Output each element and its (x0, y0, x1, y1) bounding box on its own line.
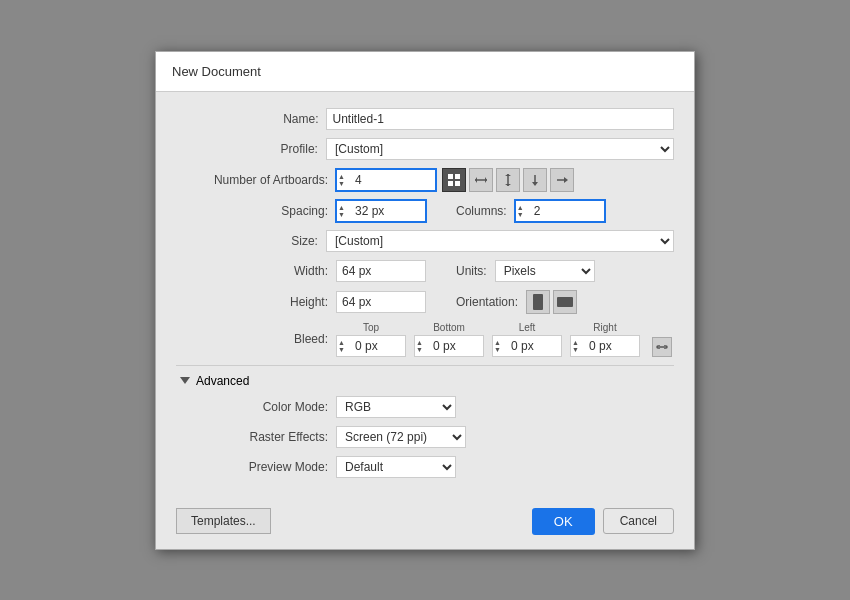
bleed-top-label: Top (363, 322, 379, 333)
move-right-button[interactable] (550, 168, 574, 192)
bleed-bottom: Bottom ▲ ▼ (414, 322, 484, 357)
spacing-spinner-arrows[interactable]: ▲ ▼ (338, 200, 345, 222)
landscape-button[interactable] (553, 290, 577, 314)
bleed-top-arrows[interactable]: ▲ ▼ (338, 335, 345, 357)
bleed-top: Top ▲ ▼ (336, 322, 406, 357)
size-row: Size: [Custom] (176, 230, 674, 252)
advanced-triangle-icon (180, 377, 190, 384)
height-input[interactable] (336, 291, 426, 313)
columns-spinner-arrows[interactable]: ▲ ▼ (517, 200, 524, 222)
profile-label: Profile: (176, 142, 326, 156)
svg-rect-15 (557, 297, 573, 307)
dialog-body: Name: Profile: [Custom] Number of Artboa… (156, 92, 694, 498)
bleed-top-spinner: ▲ ▼ (336, 335, 406, 357)
arrange-by-col-button[interactable] (496, 168, 520, 192)
arrange-by-row-button[interactable] (469, 168, 493, 192)
artboards-down-arrow[interactable]: ▼ (338, 180, 345, 187)
artboards-row: Number of Artboards: ▲ ▼ (176, 168, 674, 192)
raster-effects-select[interactable]: Screen (72 ppi) Medium (150 ppi) High (3… (336, 426, 466, 448)
units-label: Units: (456, 264, 487, 278)
bleed-left-up[interactable]: ▲ (494, 339, 501, 346)
size-label: Size: (176, 234, 326, 248)
profile-select[interactable]: [Custom] (326, 138, 674, 160)
svg-marker-5 (485, 177, 487, 183)
spacing-down-arrow[interactable]: ▼ (338, 211, 345, 218)
bleed-right-down[interactable]: ▼ (572, 346, 579, 353)
bleed-bottom-arrows[interactable]: ▲ ▼ (416, 335, 423, 357)
color-mode-select[interactable]: RGB CMYK Grayscale (336, 396, 456, 418)
artboards-up-arrow[interactable]: ▲ (338, 173, 345, 180)
bleed-bottom-down[interactable]: ▼ (416, 346, 423, 353)
bleed-bottom-input[interactable] (414, 335, 484, 357)
columns-input[interactable] (515, 200, 605, 222)
bleed-link-button[interactable] (652, 337, 672, 357)
advanced-header[interactable]: Advanced (176, 374, 674, 388)
columns-down-arrow[interactable]: ▼ (517, 211, 524, 218)
name-input[interactable] (326, 108, 674, 130)
bleed-right-up[interactable]: ▲ (572, 339, 579, 346)
spacing-spinner: ▲ ▼ (336, 200, 426, 222)
portrait-button[interactable] (526, 290, 550, 314)
bleed-left-input[interactable] (492, 335, 562, 357)
svg-marker-6 (475, 177, 477, 183)
bleed-left: Left ▲ ▼ (492, 322, 562, 357)
svg-marker-8 (505, 174, 511, 176)
ok-button[interactable]: OK (532, 508, 595, 535)
height-orientation-row: Height: Orientation: (176, 290, 674, 314)
artboards-label: Number of Artboards: (176, 173, 336, 187)
svg-rect-0 (448, 174, 453, 179)
columns-spinner: ▲ ▼ (515, 200, 605, 222)
preview-mode-row: Preview Mode: Default Pixel Overprint (176, 456, 674, 478)
svg-marker-9 (505, 184, 511, 186)
columns-section: Columns: ▲ ▼ (456, 200, 605, 222)
orientation-buttons (526, 290, 577, 314)
bleed-bottom-up[interactable]: ▲ (416, 339, 423, 346)
svg-rect-1 (455, 174, 460, 179)
footer-right: OK Cancel (532, 508, 674, 535)
spacing-label: Spacing: (176, 204, 336, 218)
bleed-right-input[interactable] (570, 335, 640, 357)
artboards-input[interactable] (336, 169, 436, 191)
bleed-top-down[interactable]: ▼ (338, 346, 345, 353)
move-down-button[interactable] (523, 168, 547, 192)
bleed-fields: Top ▲ ▼ Bottom ▲ ▼ (336, 322, 672, 357)
preview-mode-label: Preview Mode: (176, 460, 336, 474)
bleed-right-arrows[interactable]: ▲ ▼ (572, 335, 579, 357)
bleed-right: Right ▲ ▼ (570, 322, 640, 357)
svg-rect-14 (533, 294, 543, 310)
advanced-section: Advanced Color Mode: RGB CMYK Grayscale … (176, 365, 674, 478)
bleed-left-down[interactable]: ▼ (494, 346, 501, 353)
new-document-dialog: New Document Name: Profile: [Custom] Num… (155, 51, 695, 550)
bleed-left-arrows[interactable]: ▲ ▼ (494, 335, 501, 357)
raster-effects-row: Raster Effects: Screen (72 ppi) Medium (… (176, 426, 674, 448)
bleed-left-spinner: ▲ ▼ (492, 335, 562, 357)
profile-row: Profile: [Custom] (176, 138, 674, 160)
bleed-right-spinner: ▲ ▼ (570, 335, 640, 357)
grid-layout-button[interactable] (442, 168, 466, 192)
templates-button[interactable]: Templates... (176, 508, 271, 534)
width-units-row: Width: Units: Pixels Inches Centimeters … (176, 260, 674, 282)
spacing-input[interactable] (336, 200, 426, 222)
cancel-button[interactable]: Cancel (603, 508, 674, 534)
columns-label: Columns: (456, 204, 507, 218)
svg-rect-2 (448, 181, 453, 186)
bleed-bottom-label: Bottom (433, 322, 465, 333)
bleed-label: Bleed: (176, 332, 336, 346)
preview-mode-select[interactable]: Default Pixel Overprint (336, 456, 456, 478)
spacing-up-arrow[interactable]: ▲ (338, 204, 345, 211)
artboards-spinner: ▲ ▼ (336, 169, 436, 191)
spacing-columns-row: Spacing: ▲ ▼ Columns: ▲ ▼ (176, 200, 674, 222)
size-select[interactable]: [Custom] (326, 230, 674, 252)
units-select[interactable]: Pixels Inches Centimeters Millimeters Po… (495, 260, 595, 282)
advanced-label: Advanced (196, 374, 249, 388)
columns-up-arrow[interactable]: ▲ (517, 204, 524, 211)
bleed-top-up[interactable]: ▲ (338, 339, 345, 346)
name-label: Name: (176, 112, 326, 126)
width-input[interactable] (336, 260, 426, 282)
color-mode-label: Color Mode: (176, 400, 336, 414)
artboards-spinner-arrows[interactable]: ▲ ▼ (338, 169, 345, 191)
width-label: Width: (176, 264, 336, 278)
bleed-top-input[interactable] (336, 335, 406, 357)
raster-effects-label: Raster Effects: (176, 430, 336, 444)
orientation-label: Orientation: (456, 295, 518, 309)
